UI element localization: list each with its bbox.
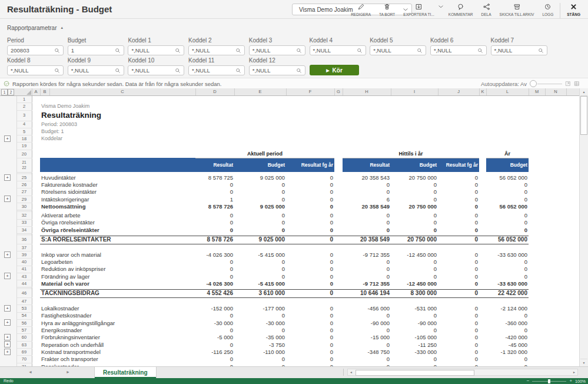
expand-row-18-button[interactable]: +	[4, 135, 11, 142]
expand-row-53-button[interactable]: +	[4, 305, 11, 312]
value-cell[interactable]: -4 026 300	[195, 280, 234, 287]
value-cell[interactable]: -4 026 300	[195, 251, 234, 258]
cell[interactable]	[32, 297, 40, 304]
value-cell[interactable]: 0	[438, 349, 479, 356]
value-cell[interactable]: 0	[486, 327, 529, 334]
row-label[interactable]: Huvudintäkter	[40, 174, 195, 181]
value-cell[interactable]: 0	[391, 266, 438, 273]
cell[interactable]	[32, 226, 40, 233]
sheet-tab-prev-icon[interactable]: ◄	[28, 370, 32, 374]
value-cell[interactable]: 0	[438, 319, 479, 326]
value-cell[interactable]: 0	[343, 188, 391, 196]
cell[interactable]	[32, 305, 40, 312]
expand-row-56-button[interactable]: +	[4, 319, 11, 326]
row-number-1[interactable]: 1	[16, 96, 32, 103]
value-cell[interactable]: 10 646 194	[343, 289, 391, 297]
row-label[interactable]: Fastighetskostnader	[40, 312, 195, 319]
cell[interactable]	[479, 305, 486, 312]
cell[interactable]	[479, 158, 486, 172]
cell[interactable]	[334, 203, 343, 210]
value-cell[interactable]: 0	[286, 212, 334, 219]
param-koddel-1-input[interactable]: *,NULL	[128, 45, 184, 55]
cell[interactable]	[529, 251, 545, 258]
row-number-3[interactable]: 3	[16, 110, 32, 121]
value-cell[interactable]: -30 000	[234, 319, 286, 326]
cell[interactable]	[334, 305, 343, 312]
value-cell[interactable]: 0	[195, 341, 234, 348]
row-number-46[interactable]: 46	[16, 289, 32, 297]
cell[interactable]	[479, 273, 486, 280]
cell[interactable]	[529, 319, 545, 326]
value-cell[interactable]: 0	[286, 319, 334, 326]
sheet-tab-next-icon[interactable]: ►	[66, 370, 70, 374]
param-koddel-7-input[interactable]: *,NULL	[491, 45, 547, 55]
cell[interactable]	[545, 188, 566, 196]
run-button[interactable]: ▶ Kör	[310, 65, 359, 75]
cell[interactable]	[32, 312, 40, 319]
value-cell[interactable]: 0	[234, 266, 286, 273]
row-number-30[interactable]: 30	[16, 203, 32, 210]
value-cell[interactable]: 0	[486, 312, 529, 319]
horizontal-scroll-thumb[interactable]	[356, 370, 474, 376]
cell[interactable]	[545, 181, 566, 188]
cell[interactable]	[479, 259, 486, 266]
value-cell[interactable]: 0	[195, 212, 234, 219]
cell[interactable]	[334, 259, 343, 266]
cell[interactable]	[545, 259, 566, 266]
value-cell[interactable]: 0	[438, 334, 479, 341]
value-cell[interactable]: -33 630 000	[486, 251, 529, 258]
value-cell[interactable]: 0	[234, 181, 286, 188]
value-cell[interactable]: 0	[391, 219, 438, 226]
param-period-input[interactable]: 200803	[7, 45, 64, 55]
cell[interactable]	[32, 266, 40, 273]
value-cell[interactable]: 0	[486, 212, 529, 219]
grid-icon[interactable]	[574, 81, 580, 87]
value-cell[interactable]: 0	[391, 259, 438, 266]
value-cell[interactable]: 0	[343, 273, 391, 280]
cell[interactable]	[529, 174, 545, 181]
expand-row-69-button[interactable]: +	[4, 349, 11, 355]
value-cell[interactable]: -1 320 000	[486, 349, 529, 356]
report-parameters-toggle[interactable]: Rapportparametrar ▲	[7, 25, 64, 31]
value-cell[interactable]: 0	[391, 196, 438, 203]
cell[interactable]	[529, 327, 545, 334]
cell[interactable]	[40, 150, 195, 158]
row-number-54[interactable]: 54	[16, 312, 32, 319]
cell[interactable]	[479, 226, 486, 233]
value-cell[interactable]: 0	[343, 226, 391, 233]
row-number-20[interactable]: 20	[16, 150, 32, 158]
row-label[interactable]: Rörelsens sidointäkter	[40, 188, 195, 196]
value-cell[interactable]: 0	[234, 226, 286, 233]
cell[interactable]	[529, 349, 545, 356]
cell[interactable]	[545, 327, 566, 334]
value-cell[interactable]: 0	[486, 356, 529, 363]
cell[interactable]	[529, 305, 545, 312]
ta-bort-button[interactable]: TA BORT	[375, 3, 399, 16]
row-number-29[interactable]: 29	[16, 196, 32, 203]
param-koddel-12-input[interactable]: *,NULL	[249, 65, 305, 75]
row-number-43[interactable]: 43	[16, 273, 32, 280]
cell[interactable]	[32, 103, 40, 110]
cell[interactable]	[529, 196, 545, 203]
cell[interactable]	[32, 319, 40, 326]
cell[interactable]	[545, 251, 566, 258]
param-koddel-8-input[interactable]: *,NULL	[7, 65, 64, 75]
cell[interactable]	[545, 196, 566, 203]
value-cell[interactable]: 0	[391, 327, 438, 334]
row-label[interactable]: Aktiverat arbete	[40, 212, 195, 219]
cell[interactable]	[479, 341, 486, 348]
cell[interactable]	[479, 312, 486, 319]
expand-row-60-button[interactable]: +	[4, 334, 11, 340]
value-cell[interactable]: 0	[438, 305, 479, 312]
row-number-57[interactable]: 57	[16, 327, 32, 334]
cell[interactable]	[334, 280, 343, 287]
value-cell[interactable]: 0	[486, 273, 529, 280]
row-label[interactable]: Förändring av lager	[40, 273, 195, 280]
value-cell[interactable]: -360 000	[486, 319, 529, 326]
value-cell[interactable]: 0	[343, 219, 391, 226]
value-cell[interactable]: 0	[286, 219, 334, 226]
param-budget-input[interactable]: 1	[68, 45, 124, 55]
value-cell[interactable]: 0	[343, 212, 391, 219]
cell[interactable]	[32, 219, 40, 226]
value-cell[interactable]: 0	[286, 305, 334, 312]
